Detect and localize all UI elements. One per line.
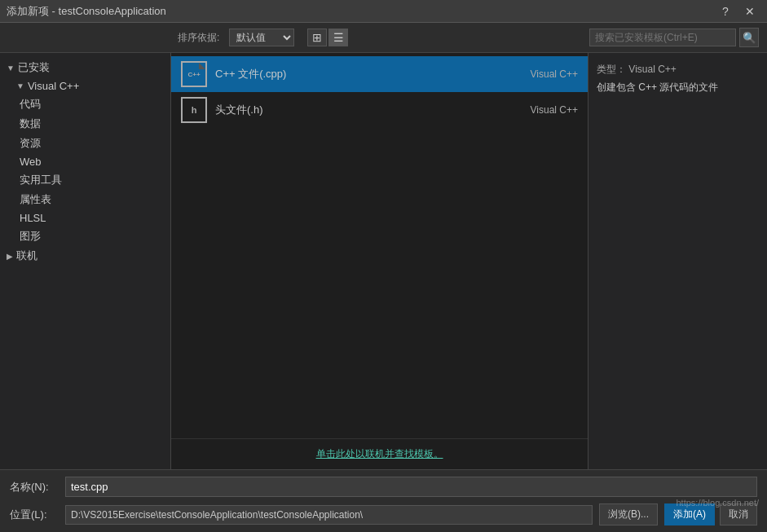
location-row: 位置(L): 浏览(B)... 添加(A) 取消 xyxy=(10,503,757,525)
sidebar-item-visualcpp[interactable]: ▼ Visual C++ xyxy=(0,77,170,95)
sidebar-installed-label: 已安装 xyxy=(18,60,50,75)
sort-label: 排序依据: xyxy=(178,31,219,45)
sidebar-item-web[interactable]: Web xyxy=(0,153,170,170)
h-file-type: Visual C++ xyxy=(513,104,578,116)
cpp-file-type: Visual C++ xyxy=(513,68,578,80)
watermark: https://blog.csdn.net/ xyxy=(676,498,759,508)
sidebar-item-hlsl[interactable]: HLSL xyxy=(0,209,170,226)
sort-select[interactable]: 默认值 xyxy=(229,29,294,46)
cpp-file-icon: C++ xyxy=(181,61,207,87)
h-file-icon: h xyxy=(181,97,207,123)
close-button[interactable]: ✕ xyxy=(739,3,760,20)
h-file-name: 头文件(.h) xyxy=(215,103,505,117)
toolbar: 排序依据: 默认值 ⊞ ☰ 🔍 xyxy=(0,23,767,53)
title-bar-controls: ? ✕ xyxy=(715,3,760,20)
info-panel: 类型： Visual C++ 创建包含 C++ 源代码的文件 xyxy=(588,53,767,469)
sidebar-item-installed[interactable]: ▼ 已安装 xyxy=(0,58,170,77)
file-list: C++ C++ 文件(.cpp) Visual C++ h 头文件(.h) Vi… xyxy=(171,53,588,438)
info-description: 创建包含 C++ 源代码的文件 xyxy=(597,80,759,95)
installed-chevron: ▼ xyxy=(7,64,15,73)
bottom-bar: 名称(N): 位置(L): 浏览(B)... 添加(A) 取消 xyxy=(0,469,767,532)
grid-view-button[interactable]: ⊞ xyxy=(307,29,327,46)
browse-button[interactable]: 浏览(B)... xyxy=(599,503,658,525)
file-list-area: C++ C++ 文件(.cpp) Visual C++ h 头文件(.h) Vi… xyxy=(171,53,588,469)
sidebar-item-graphics[interactable]: 图形 xyxy=(0,226,170,246)
sidebar-networking-label: 联机 xyxy=(16,248,37,263)
sidebar-visualcpp-label: Visual C++ xyxy=(28,80,79,92)
cpp-icon-shape: C++ xyxy=(181,61,207,87)
h-icon-shape: h xyxy=(181,97,207,123)
visualcpp-chevron: ▼ xyxy=(16,81,24,90)
sidebar-item-properties[interactable]: 属性表 xyxy=(0,190,170,209)
search-area: 🔍 xyxy=(589,28,759,47)
search-button[interactable]: 🔍 xyxy=(739,28,759,47)
dialog-title: 添加新项 - testConsoleApplication xyxy=(7,4,166,19)
title-bar: 添加新项 - testConsoleApplication ? ✕ xyxy=(0,0,767,23)
sidebar-item-resource[interactable]: 资源 xyxy=(0,134,170,153)
view-buttons: ⊞ ☰ xyxy=(307,29,348,46)
search-input[interactable] xyxy=(589,29,736,46)
sidebar-item-data[interactable]: 数据 xyxy=(0,114,170,134)
name-row: 名称(N): xyxy=(10,477,757,497)
name-input[interactable] xyxy=(65,477,757,497)
sidebar: ▼ 已安装 ▼ Visual C++ 代码 数据 资源 Web 实用工具 属性表… xyxy=(0,53,171,469)
info-type-label: 类型： Visual C++ xyxy=(597,63,759,77)
online-templates-link[interactable]: 单击此处以联机并查找模板。 xyxy=(316,448,443,459)
file-item-cpp[interactable]: C++ C++ 文件(.cpp) Visual C++ xyxy=(171,56,588,92)
content-area: ▼ 已安装 ▼ Visual C++ 代码 数据 资源 Web 实用工具 属性表… xyxy=(0,53,767,469)
dialog-content: 排序依据: 默认值 ⊞ ☰ 🔍 ▼ 已安装 ▼ Visual C++ 代码 数据 xyxy=(0,23,767,532)
file-item-h[interactable]: h 头文件(.h) Visual C++ xyxy=(171,92,588,128)
cpp-file-name: C++ 文件(.cpp) xyxy=(215,67,505,81)
location-input[interactable] xyxy=(65,505,593,525)
sidebar-item-utilities[interactable]: 实用工具 xyxy=(0,170,170,190)
name-label: 名称(N): xyxy=(10,480,59,495)
sidebar-item-networking[interactable]: ▶ 联机 xyxy=(0,246,170,266)
location-label: 位置(L): xyxy=(10,508,59,522)
file-list-footer: 单击此处以联机并查找模板。 xyxy=(171,438,588,469)
list-view-button[interactable]: ☰ xyxy=(328,29,348,46)
networking-chevron: ▶ xyxy=(7,252,13,261)
sidebar-item-code[interactable]: 代码 xyxy=(0,95,170,114)
help-button[interactable]: ? xyxy=(715,3,736,20)
